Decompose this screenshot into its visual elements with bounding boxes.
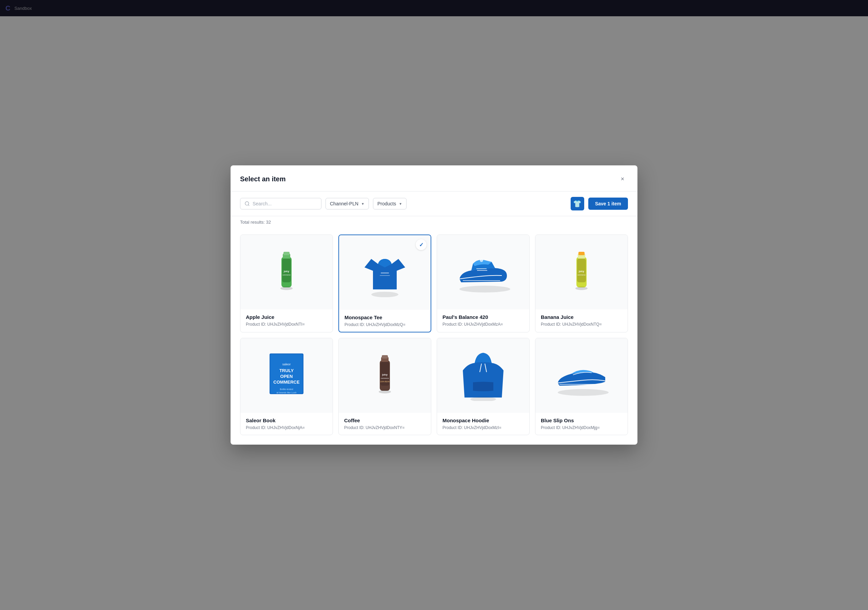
svg-text:juicy: juicy [382, 373, 388, 376]
product-name: Apple Juice [246, 314, 327, 320]
product-id: Product ID: UHJvZHVjdDoxNTQ= [541, 322, 622, 327]
product-info: Banana JuiceProduct ID: UHJvZHVjdDoxNTQ= [535, 310, 628, 331]
svg-text:at brands like Lush: at brands like Lush [277, 392, 297, 394]
channel-label: Channel-PLN [330, 201, 358, 206]
product-card[interactable]: Paul's Balance 420Product ID: UHJvZHVjdD… [437, 234, 530, 333]
svg-text:commerce: commerce [577, 274, 586, 276]
product-card[interactable]: juicy commerce Apple JuiceProduct ID: UH… [240, 234, 333, 333]
type-dropdown[interactable]: Products ▼ [373, 198, 406, 209]
product-card[interactable]: juicy commerce 100% BEAN CoffeeProduct I… [338, 338, 431, 435]
product-image-wrap: saleor TRULY OPEN COMMERCE Bottle-tested… [240, 338, 333, 413]
search-icon [245, 201, 250, 206]
svg-rect-4 [284, 252, 290, 255]
product-id: Product ID: UHJvZHVjdDoxMjg= [541, 425, 622, 430]
svg-point-7 [281, 287, 293, 290]
product-card[interactable]: saleor TRULY OPEN COMMERCE Bottle-tested… [240, 338, 333, 435]
product-card[interactable]: juicy commerce Banana JuiceProduct ID: U… [535, 234, 628, 333]
modal-toolbar: Channel-PLN ▼ Products ▼ 👕 Save 1 item [231, 192, 637, 216]
product-image-wrap: juicy commerce 100% BEAN [339, 338, 431, 413]
product-name: Banana Juice [541, 314, 622, 320]
total-results-label: Total results: 32 [240, 220, 271, 224]
product-id: Product ID: UHJvZHVjdDoxNTY= [344, 425, 426, 430]
modal-title: Select an item [240, 175, 286, 183]
svg-text:Bottle-tested: Bottle-tested [280, 388, 293, 390]
product-image-wrap [535, 338, 628, 413]
svg-text:juicy: juicy [578, 270, 584, 273]
svg-rect-8 [381, 272, 389, 274]
svg-text:TRULY: TRULY [279, 368, 294, 373]
svg-rect-33 [382, 355, 388, 359]
product-image-wrap [437, 338, 529, 413]
product-name: Saleor Book [246, 418, 327, 423]
product-id: Product ID: UHJvZHVjdDoxMzI= [442, 425, 524, 430]
svg-text:saleor: saleor [282, 362, 291, 366]
svg-text:commerce: commerce [381, 377, 389, 379]
svg-point-37 [379, 390, 391, 393]
channel-dropdown[interactable]: Channel-PLN ▼ [326, 198, 369, 209]
svg-point-14 [480, 259, 483, 262]
selected-item-preview: 👕 [570, 197, 584, 211]
svg-rect-9 [380, 275, 390, 276]
type-label: Products [377, 201, 396, 206]
product-info: Paul's Balance 420Product ID: UHJvZHVjdD… [437, 310, 529, 331]
product-card[interactable]: Monospace HoodieProduct ID: UHJvZHVjdDox… [437, 338, 530, 435]
svg-point-10 [371, 292, 398, 297]
search-input[interactable] [253, 201, 317, 206]
product-info: Blue Slip OnsProduct ID: UHJvZHVjdDoxMjg… [535, 413, 628, 435]
svg-rect-18 [578, 252, 584, 255]
product-name: Paul's Balance 420 [442, 314, 524, 320]
chevron-down-icon: ▼ [361, 202, 364, 206]
close-button[interactable]: × [617, 173, 628, 184]
products-grid: juicy commerce Apple JuiceProduct ID: UH… [240, 234, 628, 435]
product-image-wrap: juicy commerce [240, 235, 333, 310]
svg-text:100% BEAN: 100% BEAN [380, 381, 390, 382]
svg-text:juicy: juicy [284, 270, 289, 273]
search-box [240, 198, 321, 209]
tshirt-icon: 👕 [573, 200, 581, 208]
product-info: Monospace TeeProduct ID: UHJvZHVjdDoxMzQ… [339, 310, 431, 332]
selected-check-badge: ✓ [416, 239, 426, 250]
svg-text:OPEN: OPEN [281, 374, 293, 379]
save-button[interactable]: Save 1 item [588, 198, 628, 210]
product-name: Monospace Hoodie [442, 418, 524, 423]
svg-point-11 [459, 286, 510, 293]
product-id: Product ID: UHJvZHVjdDoxNjA= [246, 425, 327, 430]
product-image-wrap [437, 235, 529, 310]
svg-text:COMMERCE: COMMERCE [273, 379, 300, 385]
modal-header: Select an item × [231, 166, 637, 192]
product-info: Apple JuiceProduct ID: UHJvZHVjdDoxNTI= [240, 310, 333, 331]
product-card[interactable]: ✓Monospace TeeProduct ID: UHJvZHVjdDoxMz… [338, 234, 431, 333]
product-id: Product ID: UHJvZHVjdDoxMzA= [442, 322, 524, 327]
product-image-wrap: juicy commerce [535, 235, 628, 310]
modal-info-bar: Total results: 32 [231, 216, 637, 229]
svg-point-0 [245, 202, 249, 205]
chevron-down-icon: ▼ [399, 202, 402, 206]
product-image-wrap: ✓ [339, 235, 431, 310]
product-info: Monospace HoodieProduct ID: UHJvZHVjdDox… [437, 413, 529, 435]
product-card[interactable]: Blue Slip OnsProduct ID: UHJvZHVjdDoxMjg… [535, 338, 628, 435]
svg-point-41 [558, 389, 609, 396]
svg-point-21 [575, 287, 587, 290]
select-item-modal: Select an item × Channel-PLN ▼ Products … [231, 166, 637, 444]
product-info: Saleor BookProduct ID: UHJvZHVjdDoxNjA= [240, 413, 333, 435]
modal-content: juicy commerce Apple JuiceProduct ID: UH… [231, 229, 637, 444]
product-info: CoffeeProduct ID: UHJvZHVjdDoxNTY= [339, 413, 431, 435]
product-name: Blue Slip Ons [541, 418, 622, 423]
svg-text:commerce: commerce [282, 274, 291, 276]
product-name: Coffee [344, 418, 426, 423]
product-name: Monospace Tee [344, 314, 425, 320]
product-id: Product ID: UHJvZHVjdDoxNTI= [246, 322, 327, 327]
product-id: Product ID: UHJvZHVjdDoxMzQ= [344, 322, 425, 327]
